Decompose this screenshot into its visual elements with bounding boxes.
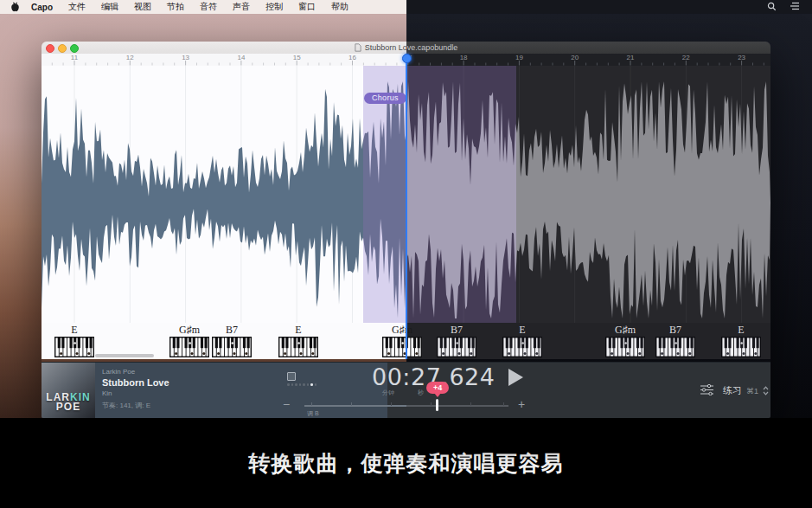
ruler-number: 21 — [627, 54, 635, 61]
menu-item-8[interactable]: 窗口 — [291, 1, 323, 13]
document-icon — [355, 43, 361, 52]
page-dot — [291, 383, 294, 386]
capo-window: Stubborn Love.capobundle Stubborn Love.c… — [42, 42, 770, 418]
album-art: LARKIN POE — [42, 363, 95, 418]
minimize-button[interactable] — [58, 44, 67, 53]
chord-label: E — [502, 325, 542, 337]
chord-Gsm[interactable]: G♯m — [169, 325, 209, 361]
ruler-number: 22 — [682, 54, 690, 61]
page-dot — [299, 383, 302, 386]
zoom-button[interactable] — [70, 44, 79, 53]
horizontal-scrollbar[interactable] — [95, 354, 154, 357]
transpose-slider-handle[interactable] — [436, 399, 438, 411]
page-dot — [310, 383, 313, 386]
song-info: Larkin Poe Stubborn Love Kin 节奏: 141, 调:… — [102, 369, 169, 409]
piano-chord-icon — [278, 337, 318, 357]
transport-bar: LARKIN POE Larkin Poe Stubborn Love Kin … — [42, 362, 770, 418]
piano-chord-icon — [169, 337, 209, 357]
piano-chord-icon — [605, 337, 645, 357]
menu-item-4[interactable]: 节拍 — [159, 1, 192, 13]
piano-chord-icon — [655, 337, 695, 357]
menu-item-3[interactable]: 视图 — [126, 1, 159, 13]
practice-mode-selector[interactable]: 练习 ⌘1 — [723, 384, 769, 397]
slider-tick — [391, 402, 392, 406]
ruler-number: 14 — [237, 54, 245, 61]
piano-chord-icon — [502, 337, 542, 357]
page-dot — [303, 383, 305, 386]
chord-Gsm[interactable]: G♯m — [605, 325, 645, 361]
ruler-number: 18 — [460, 54, 468, 61]
transpose-plus-button[interactable]: + — [518, 397, 525, 411]
play-button[interactable] — [508, 369, 523, 386]
piano-chord-icon — [54, 337, 94, 357]
transpose-minus-button[interactable]: − — [283, 397, 290, 411]
seconds-label: 秒 — [418, 389, 424, 397]
section-badge-chorus[interactable]: Chorus — [364, 93, 406, 104]
chord-label: B7 — [437, 325, 476, 337]
ruler-number: 15 — [293, 54, 301, 61]
apple-icon[interactable] — [10, 2, 20, 12]
close-button[interactable] — [46, 44, 54, 53]
section-icon — [287, 372, 296, 381]
chord-label: G♯m — [382, 325, 422, 337]
menu-item-6[interactable]: 声音 — [225, 1, 258, 13]
chord-label: G♯m — [605, 325, 645, 337]
chord-label: E — [721, 325, 761, 337]
chord-Gsm[interactable]: G♯m — [382, 325, 422, 361]
menu-items: Capo文件编辑视图节拍音符声音控制窗口帮助 — [0, 1, 356, 13]
ruler-number: 13 — [182, 54, 189, 61]
chord-label: B7 — [212, 325, 252, 337]
menu-item-2[interactable]: 编辑 — [93, 1, 126, 13]
chord-E[interactable]: E — [721, 325, 761, 361]
notification-center-icon[interactable] — [790, 2, 800, 12]
piano-chord-icon — [382, 337, 422, 357]
ruler-number: 20 — [571, 54, 579, 61]
chord-label: B7 — [655, 325, 695, 337]
chord-E[interactable]: E — [502, 325, 542, 361]
chord-B7[interactable]: B7 — [655, 325, 695, 361]
artist-name: Larkin Poe — [102, 369, 169, 376]
tempo-key-meta: 节奏: 141, 调: E — [102, 402, 169, 409]
practice-shortcut: ⌘1 — [746, 387, 758, 395]
page-dots — [287, 383, 316, 386]
caption-band: 转换歌曲，使弹奏和演唱更容易 — [0, 418, 812, 508]
section-dots-indicator[interactable] — [287, 372, 316, 386]
current-key-label: 调 B — [307, 409, 319, 418]
slider-tick — [311, 402, 312, 406]
menu-item-1[interactable]: 文件 — [61, 1, 93, 13]
menu-item-5[interactable]: 音符 — [192, 1, 225, 13]
slider-tick — [431, 402, 432, 406]
playhead[interactable] — [406, 54, 407, 359]
minutes-label: 分钟 — [382, 389, 394, 397]
menu-bar: Capo文件编辑视图节拍音符声音控制窗口帮助 — [0, 0, 812, 14]
chord-B7[interactable]: B7 — [437, 325, 476, 361]
screen: Capo文件编辑视图节拍音符声音控制窗口帮助 Stubborn Love.cap… — [0, 0, 812, 508]
slider-tick — [351, 402, 352, 406]
menu-item-app[interactable]: Capo — [23, 3, 61, 12]
ruler-number: 16 — [348, 54, 356, 61]
caption-text: 转换歌曲，使弹奏和演唱更容易 — [249, 449, 564, 478]
chord-E[interactable]: E — [54, 325, 94, 361]
playhead-knob[interactable] — [402, 54, 412, 63]
piano-chord-icon — [721, 337, 761, 357]
transpose-slider-track[interactable] — [304, 405, 508, 407]
search-icon[interactable] — [767, 2, 777, 13]
chord-label: E — [278, 325, 318, 337]
piano-chord-icon — [437, 337, 476, 357]
slider-tick — [503, 402, 504, 406]
ruler-number: 19 — [515, 54, 523, 61]
chord-B7[interactable]: B7 — [212, 325, 252, 361]
window-title-bar[interactable]: Stubborn Love.capobundle Stubborn Love.c… — [42, 42, 770, 54]
song-title: Stubborn Love — [102, 378, 169, 388]
mixer-icon[interactable] — [700, 383, 713, 399]
page-dot — [315, 383, 317, 386]
ruler-number: 12 — [126, 54, 134, 61]
menu-item-7[interactable]: 控制 — [258, 1, 291, 13]
chord-E[interactable]: E — [278, 325, 318, 361]
album-name: Kin — [102, 390, 169, 397]
transpose-badge: +4 — [426, 382, 449, 394]
ruler-number: 23 — [738, 54, 745, 61]
menu-item-9[interactable]: 帮助 — [323, 1, 356, 13]
chord-label: E — [54, 325, 94, 337]
page-dot — [287, 383, 290, 386]
